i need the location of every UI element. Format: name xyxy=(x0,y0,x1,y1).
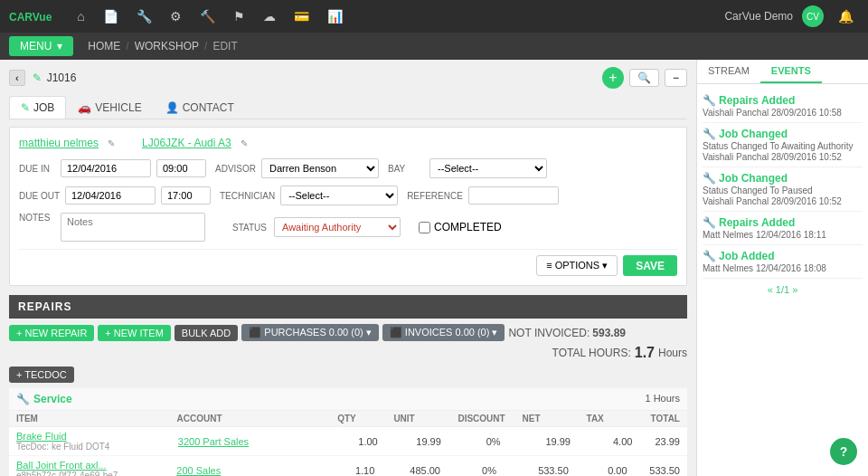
status-group: STATUS Awaiting Authority xyxy=(232,217,401,237)
due-out-time-input[interactable] xyxy=(161,186,211,205)
reference-input[interactable] xyxy=(468,186,559,205)
gear-icon[interactable]: ⚙ xyxy=(165,5,187,27)
vehicle-tab-icon: 🚗 xyxy=(78,101,91,114)
notes-input[interactable] xyxy=(61,213,205,242)
status-label: STATUS xyxy=(232,223,269,233)
item-sub-brake: TecDoc: ke Fluid DOT4 xyxy=(16,442,178,452)
breadcrumb-edit: EDIT xyxy=(212,40,237,52)
notifications-icon[interactable]: 🔔 xyxy=(833,5,859,27)
breadcrumb-home[interactable]: HOME xyxy=(88,40,120,52)
event-icon-4: 🔧 xyxy=(703,216,716,229)
menu-button[interactable]: MENU ▾ xyxy=(9,36,73,56)
completed-label: COMPLETED xyxy=(434,221,502,233)
technician-select[interactable]: --Select-- xyxy=(280,186,398,205)
nav-right: CarVue Demo CV 🔔 xyxy=(724,5,859,27)
cloud-icon[interactable]: ☁ xyxy=(258,5,281,27)
event-detail-2: Status Changed To Awaiting Authority xyxy=(703,141,863,151)
event-detail-4: Matt Nelmes 12/04/2016 18:11 xyxy=(703,230,863,240)
event-icon-3: 🔧 xyxy=(703,172,716,185)
service-hours-1: 1 Hours xyxy=(645,393,680,405)
wrench-icon[interactable]: 🔧 xyxy=(131,5,157,27)
search-button[interactable]: 🔍 xyxy=(629,69,659,87)
bay-label: BAY xyxy=(388,164,424,174)
document-icon[interactable]: 📄 xyxy=(98,5,124,27)
event-item-2: 🔧 Job Changed Status Changed To Awaiting… xyxy=(703,123,863,167)
advisor-select[interactable]: Darren Benson xyxy=(261,158,379,178)
event-item-3: 🔧 Job Changed Status Changed To Paused V… xyxy=(703,167,863,212)
edit-client-icon[interactable]: ✎ xyxy=(108,138,115,148)
event-type-3: 🔧 Job Changed xyxy=(703,172,863,185)
tecdoc-button[interactable]: + TECDOC xyxy=(9,367,74,383)
minus-button[interactable]: − xyxy=(665,69,687,87)
item-account-brake[interactable]: 3200 Part Sales xyxy=(178,436,340,447)
item-total-ball: 533.50 xyxy=(649,465,680,476)
reference-label: REFERENCE xyxy=(407,191,463,201)
job-form: matthieu nelmes ✎ LJ06JZK - Audi A3 ✎ DU… xyxy=(9,127,687,286)
new-repair-button[interactable]: + NEW REPAIR xyxy=(9,325,94,341)
due-in-group: DUE IN xyxy=(19,159,206,177)
new-item-button[interactable]: + NEW ITEM xyxy=(98,325,170,341)
notes-label: NOTES xyxy=(19,213,55,223)
due-out-group: DUE OUT xyxy=(19,186,211,205)
reference-group: REFERENCE xyxy=(407,186,559,205)
event-detail-3: Status Changed To Paused xyxy=(703,186,863,195)
service-group-1: 🔧 Service 1 Hours ITEM ACCOUNT QTY UNIT … xyxy=(9,388,687,476)
breadcrumb: HOME / WORKSHOP / EDIT xyxy=(88,40,237,52)
tools-icon[interactable]: 🔨 xyxy=(194,5,221,27)
credit-icon[interactable]: 💳 xyxy=(288,5,315,27)
item-name-brake[interactable]: Brake Fluid xyxy=(16,431,178,442)
wrench-service-icon: 🔧 xyxy=(16,393,30,405)
bay-select[interactable]: --Select-- xyxy=(429,158,547,178)
add-button[interactable]: + xyxy=(602,67,624,89)
tab-contact[interactable]: 👤 CONTACT xyxy=(154,96,246,119)
user-label: CarVue Demo xyxy=(724,10,793,23)
breadcrumb-workshop[interactable]: WORKSHOP xyxy=(135,40,199,52)
avatar[interactable]: CV xyxy=(802,5,824,27)
status-select[interactable]: Awaiting Authority xyxy=(274,217,401,237)
completed-row: COMPLETED xyxy=(419,221,502,233)
client-name[interactable]: matthieu nelmes xyxy=(19,137,99,149)
event-type-2: 🔧 Job Changed xyxy=(703,128,863,140)
repairs-toolbar: + NEW REPAIR + NEW ITEM BULK ADD ⬛ PURCH… xyxy=(9,319,687,367)
pagination[interactable]: « 1/1 » xyxy=(703,279,863,300)
events-tab[interactable]: EVENTS xyxy=(760,60,822,83)
home-icon[interactable]: ⌂ xyxy=(71,5,90,27)
app-logo[interactable]: CARVue xyxy=(9,8,52,24)
prev-job-button[interactable]: ‹ xyxy=(9,70,25,86)
event-detail-1: Vaishali Panchal 28/09/2016 10:58 xyxy=(703,108,863,118)
completed-checkbox[interactable] xyxy=(419,222,430,233)
item-tax-brake: 4.00 xyxy=(590,436,656,447)
bulk-add-button[interactable]: BULK ADD xyxy=(175,325,238,341)
chart-icon[interactable]: 📊 xyxy=(322,5,348,27)
item-account-ball[interactable]: 200 Sales xyxy=(176,465,336,476)
job-actions: + 🔍 − xyxy=(602,67,687,89)
event-list: 🔧 Repairs Added Vaishali Panchal 28/09/2… xyxy=(697,84,868,306)
main-wrapper: ‹ ✎ J1016 + 🔍 − ✎ JOB 🚗 VEHICLE 👤 xyxy=(0,60,868,476)
vehicle-ref[interactable]: LJ06JZK - Audi A3 xyxy=(142,137,231,149)
tab-vehicle[interactable]: 🚗 VEHICLE xyxy=(66,96,153,119)
flag-icon[interactable]: ⚑ xyxy=(228,5,250,27)
due-in-date-input[interactable] xyxy=(61,159,151,177)
due-out-date-input[interactable] xyxy=(65,186,156,205)
item-name-ball[interactable]: Ball Joint Front axl... xyxy=(16,460,176,471)
edit-vehicle-icon[interactable]: ✎ xyxy=(241,138,248,148)
technician-label: TECHNICIAN xyxy=(220,191,275,201)
item-tax-ball: 0.00 xyxy=(585,465,649,476)
purchases-button[interactable]: ⬛ PURCHASES 0.00 (0) ▾ xyxy=(241,324,379,341)
help-button[interactable]: ? xyxy=(830,438,857,465)
invoices-button[interactable]: ⬛ INVOICES 0.00 (0) ▾ xyxy=(382,324,505,341)
options-button[interactable]: ≡ OPTIONS ▾ xyxy=(536,255,618,276)
event-item-5: 🔧 Job Added Matt Nelmes 12/04/2016 18:08 xyxy=(703,245,863,279)
stream-tab[interactable]: STREAM xyxy=(697,60,760,83)
form-actions: ≡ OPTIONS ▾ SAVE xyxy=(19,249,677,276)
event-detail-3b: Vaishali Panchal 28/09/2016 10:52 xyxy=(703,196,863,206)
sub-navigation: MENU ▾ HOME / WORKSHOP / EDIT xyxy=(0,33,868,60)
tab-job[interactable]: ✎ JOB xyxy=(9,96,66,119)
total-hours: TOTAL HOURS: 1.7 Hours xyxy=(552,345,687,361)
save-button[interactable]: SAVE xyxy=(623,255,677,276)
item-qty-ball: 1.10 xyxy=(337,465,393,476)
repairs-header: REPAIRS xyxy=(9,295,687,319)
not-invoiced-label: NOT INVOICED: 593.89 xyxy=(508,327,626,339)
due-in-time-input[interactable] xyxy=(156,159,206,177)
chevron-down-icon: ▾ xyxy=(57,40,62,52)
